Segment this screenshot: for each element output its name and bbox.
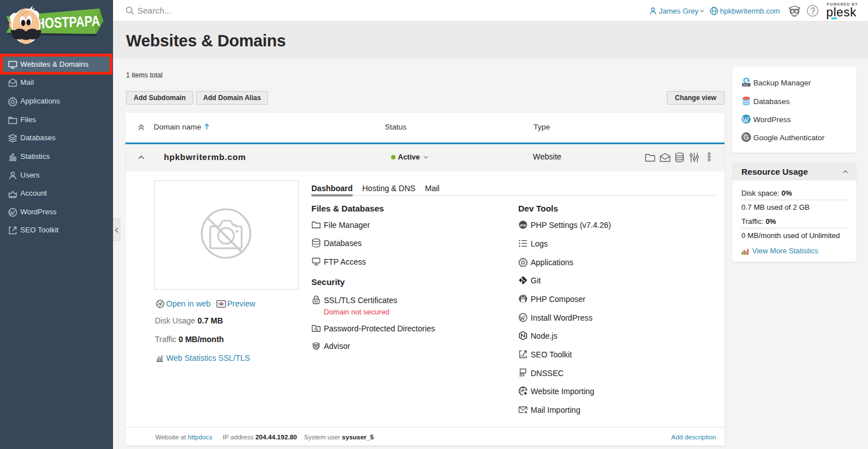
svg-text:HOSTPAPA: HOSTPAPA	[36, 12, 101, 32]
svg-text:php: php	[519, 223, 526, 227]
